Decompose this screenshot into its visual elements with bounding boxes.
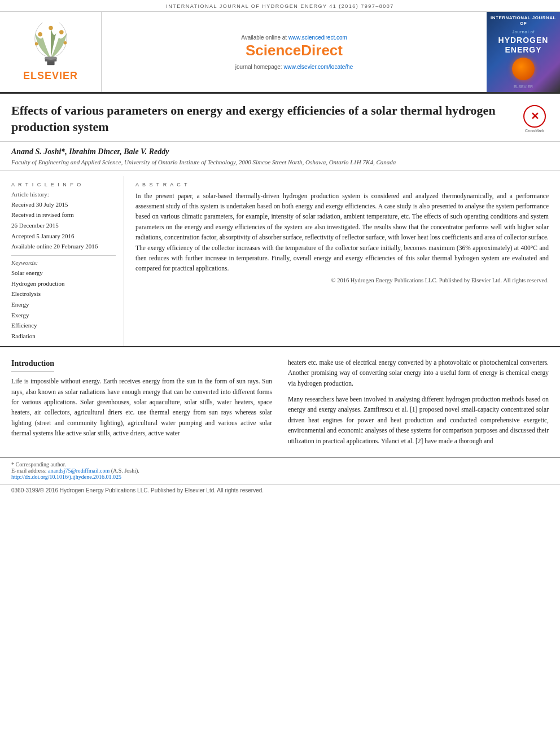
- journal-homepage-url[interactable]: www.elsevier.com/locate/he: [283, 64, 353, 70]
- history-item-2: Received in revised form: [11, 209, 116, 220]
- abstract-text: In the present paper, a solar-based ther…: [135, 191, 549, 274]
- intro-paragraph-1: Life is impossible without energy. Earth…: [11, 376, 272, 438]
- keyword-6: Efficiency: [11, 320, 116, 331]
- authors-line: Anand S. Joshi*, Ibrahim Dincer, Bale V.…: [11, 147, 549, 156]
- svg-point-4: [59, 30, 64, 34]
- svg-point-5: [49, 25, 53, 30]
- article-info-header: A R T I C L E I N F O: [11, 182, 116, 187]
- article-title: Effects of various parameters on energy …: [11, 103, 511, 135]
- left-column: A R T I C L E I N F O Article history: R…: [0, 176, 124, 346]
- authors-section: Anand S. Joshi*, Ibrahim Dincer, Bale V.…: [0, 142, 560, 171]
- svg-point-3: [38, 32, 42, 37]
- keywords-label: Keywords:: [11, 259, 116, 266]
- intro-right-paragraph-2: Many researchers have been involved in a…: [288, 394, 549, 446]
- keyword-3: Electrolysis: [11, 289, 116, 299]
- crossmark-icon: ✕: [523, 105, 546, 128]
- keyword-5: Exergy: [11, 310, 116, 321]
- sciencedirect-url[interactable]: www.sciencedirect.com: [288, 34, 347, 41]
- available-online-text: Available online at www.sciencedirect.co…: [241, 34, 347, 41]
- keyword-1: Solar energy: [11, 268, 116, 278]
- intro-right-paragraph-1: heaters etc. make use of electrical ener…: [288, 357, 549, 388]
- svg-point-8: [44, 56, 57, 60]
- keyword-4: Energy: [11, 299, 116, 310]
- body-section: Introduction Life is impossible without …: [0, 346, 560, 457]
- crossmark-label: CrossMark: [525, 129, 544, 133]
- author-email-link[interactable]: anandsj75@rediffmail.com: [48, 468, 110, 474]
- history-item-1: Received 30 July 2015: [11, 199, 116, 210]
- bottom-copyright-bar: 0360-3199/© 2016 Hydrogen Energy Publica…: [0, 484, 560, 496]
- sciencedirect-title: ScienceDirect: [246, 42, 343, 59]
- elsevier-tree-icon: [20, 23, 82, 68]
- footnote-section: * Corresponding author. E-mail address: …: [0, 457, 560, 484]
- keyword-2: Hydrogen production: [11, 278, 116, 289]
- corresponding-author-note: * Corresponding author.: [11, 461, 549, 468]
- history-item-3: 26 December 2015: [11, 220, 116, 231]
- article-title-section: Effects of various parameters on energy …: [0, 94, 560, 141]
- email-footnote: E-mail address: anandsj75@rediffmail.com…: [11, 468, 549, 474]
- introduction-heading: Introduction: [11, 357, 54, 372]
- history-item-5: Available online 20 February 2016: [11, 241, 116, 252]
- right-column: A B S T R A C T In the present paper, a …: [124, 176, 560, 346]
- top-section: ELSEVIER Available online at www.science…: [0, 12, 560, 94]
- abstract-header: A B S T R A C T: [135, 182, 549, 187]
- history-label: Article history:: [11, 191, 116, 198]
- body-right-column: heaters etc. make use of electrical ener…: [288, 357, 549, 452]
- sciencedirect-area: Available online at www.sciencedirect.co…: [102, 12, 487, 92]
- article-title-container: Effects of various parameters on energy …: [11, 103, 511, 135]
- elsevier-brand: ELSEVIER: [23, 70, 78, 82]
- divider-1: [11, 255, 116, 256]
- journal-header-bar: International Journal of Hydrogen Energy…: [0, 0, 560, 12]
- crossmark-badge[interactable]: ✕ CrossMark: [520, 103, 549, 133]
- copyright-line: © 2016 Hydrogen Energy Publications LLC.…: [135, 277, 549, 283]
- svg-point-7: [63, 41, 67, 45]
- article-info-abstract: A R T I C L E I N F O Article history: R…: [0, 171, 560, 346]
- doi-link[interactable]: http://dx.doi.org/10.1016/j.ijhydene.201…: [11, 474, 549, 480]
- journal-homepage-text: journal homepage: www.elsevier.com/locat…: [235, 64, 353, 70]
- journal-cover: International Journal of Journal of HYDR…: [487, 12, 560, 92]
- elsevier-logo-area: ELSEVIER: [0, 12, 102, 92]
- svg-point-6: [34, 42, 38, 46]
- body-left-column: Introduction Life is impossible without …: [11, 357, 272, 452]
- cover-title: International Journal of: [490, 15, 557, 27]
- keyword-7: Radiation: [11, 331, 116, 342]
- affiliation-text: Faculty of Engineering and Applied Scien…: [11, 159, 549, 165]
- history-item-4: Accepted 5 January 2016: [11, 231, 116, 242]
